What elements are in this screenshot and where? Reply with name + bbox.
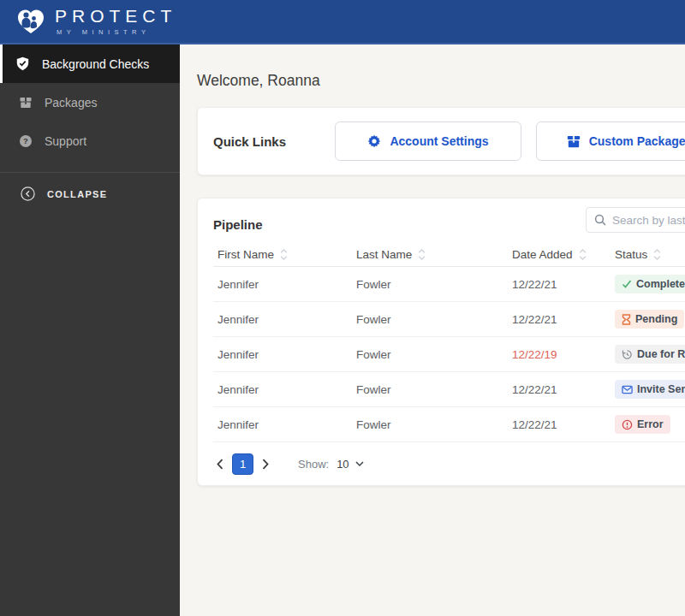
sidebar-item-label: Packages bbox=[45, 96, 97, 110]
history-icon bbox=[622, 349, 633, 360]
cell-last-name: Fowler bbox=[356, 348, 512, 361]
table-row[interactable]: Jennifer Fowler 12/22/19 Due for Rescree… bbox=[213, 337, 685, 372]
show-label: Show: bbox=[298, 458, 329, 471]
main-content: Welcome, Roanna Quick Links Account Sett… bbox=[180, 44, 685, 616]
table-row[interactable]: Jennifer Fowler 12/22/21 Error bbox=[213, 407, 685, 442]
table-header-row: First Name Last Name Date Added Status bbox=[213, 243, 685, 267]
cell-date-added: 12/22/21 bbox=[512, 313, 615, 326]
brand-title: PROTECT bbox=[55, 7, 176, 25]
column-header-status[interactable]: Status bbox=[615, 248, 685, 261]
cell-first-name: Jennifer bbox=[213, 348, 356, 361]
account-settings-button[interactable]: Account Settings bbox=[335, 121, 521, 161]
column-header-first-name[interactable]: First Name bbox=[213, 248, 356, 261]
pipeline-card: Pipeline First Name bbox=[197, 198, 685, 486]
next-page-button[interactable] bbox=[259, 455, 272, 473]
collapse-label: COLLAPSE bbox=[47, 189, 107, 199]
error-icon bbox=[622, 419, 633, 430]
previous-page-button[interactable] bbox=[213, 455, 227, 473]
collapse-sidebar-button[interactable]: COLLAPSE bbox=[0, 173, 180, 201]
sort-icon bbox=[418, 248, 426, 261]
table-row[interactable]: Jennifer Fowler 12/22/21 Invite Sent bbox=[213, 372, 685, 407]
chevron-left-circle-icon bbox=[21, 187, 35, 201]
sort-icon bbox=[280, 248, 288, 261]
cell-date-added: 12/22/21 bbox=[512, 383, 615, 396]
brand-logo[interactable]: PROTECT MY MINISTRY bbox=[15, 7, 176, 36]
top-header: PROTECT MY MINISTRY bbox=[0, 0, 685, 44]
status-badge: Complete bbox=[615, 275, 685, 293]
status-badge: Error bbox=[615, 415, 670, 434]
column-header-last-name[interactable]: Last Name bbox=[356, 248, 512, 261]
search-icon bbox=[594, 214, 606, 226]
gear-icon bbox=[367, 134, 381, 148]
search-box bbox=[586, 207, 685, 233]
search-input[interactable] bbox=[612, 214, 685, 227]
cell-last-name: Fowler bbox=[356, 383, 512, 396]
page-title: Welcome, Roanna bbox=[197, 72, 685, 90]
pipeline-table: First Name Last Name Date Added Status bbox=[213, 243, 685, 442]
chevron-down-icon bbox=[355, 461, 364, 466]
account-settings-label: Account Settings bbox=[390, 134, 488, 148]
cell-last-name: Fowler bbox=[356, 278, 512, 291]
table-row[interactable]: Jennifer Fowler 12/22/21 Pending bbox=[213, 302, 685, 337]
status-badge: Due for Rescreen bbox=[615, 345, 685, 364]
cell-date-added: 12/22/21 bbox=[512, 278, 615, 291]
cell-date-added: 12/22/21 bbox=[512, 418, 615, 431]
sidebar-item-support[interactable]: ? Support bbox=[0, 121, 180, 160]
cell-last-name: Fowler bbox=[356, 418, 512, 431]
sidebar-item-background-checks[interactable]: Background Checks bbox=[0, 44, 180, 83]
cell-first-name: Jennifer bbox=[213, 383, 356, 396]
quick-links-card: Quick Links Account Settings bbox=[197, 107, 685, 175]
page-number-button[interactable]: 1 bbox=[232, 453, 253, 475]
status-badge: Pending bbox=[615, 310, 684, 329]
custom-packages-label: Custom Packages bbox=[589, 134, 685, 148]
sort-icon bbox=[653, 248, 661, 261]
custom-packages-button[interactable]: Custom Packages bbox=[536, 121, 685, 161]
column-header-date-added[interactable]: Date Added bbox=[512, 248, 615, 261]
sidebar-item-packages[interactable]: Packages bbox=[0, 83, 180, 121]
pagination: 1 Show: 10 bbox=[213, 453, 685, 475]
envelope-icon bbox=[622, 385, 633, 394]
page-size-dropdown[interactable]: 10 bbox=[337, 458, 363, 471]
sidebar-item-label: Support bbox=[45, 134, 86, 148]
page-size-value: 10 bbox=[337, 458, 348, 471]
pipeline-title: Pipeline bbox=[213, 217, 263, 232]
table-row[interactable]: Jennifer Fowler 12/22/21 Complete bbox=[213, 267, 685, 302]
sidebar-item-label: Background Checks bbox=[42, 57, 149, 71]
svg-text:?: ? bbox=[23, 136, 28, 145]
cell-last-name: Fowler bbox=[356, 313, 512, 326]
packages-icon bbox=[18, 95, 33, 110]
package-icon bbox=[567, 135, 581, 148]
status-badge: Invite Sent bbox=[615, 380, 685, 399]
sidebar: Background Checks Packages ? Support bbox=[0, 44, 180, 616]
cell-date-added: 12/22/19 bbox=[512, 348, 615, 361]
help-icon: ? bbox=[18, 133, 33, 148]
brand-subtitle: MY MINISTRY bbox=[57, 29, 176, 36]
cell-first-name: Jennifer bbox=[213, 418, 356, 431]
hourglass-icon bbox=[622, 314, 631, 325]
quick-links-title: Quick Links bbox=[213, 134, 335, 149]
sort-icon bbox=[579, 248, 587, 261]
shield-check-icon bbox=[15, 56, 30, 71]
cell-first-name: Jennifer bbox=[213, 278, 356, 291]
cell-first-name: Jennifer bbox=[213, 313, 356, 326]
heart-people-icon bbox=[15, 8, 46, 36]
check-icon bbox=[622, 279, 632, 289]
